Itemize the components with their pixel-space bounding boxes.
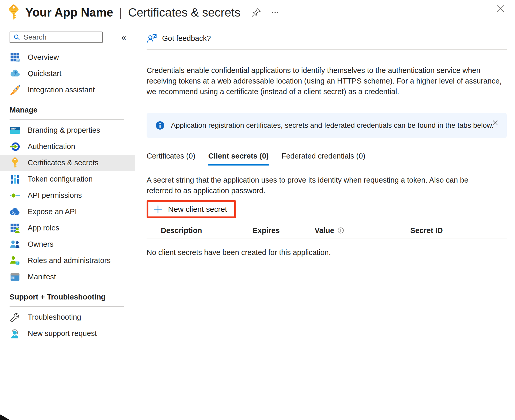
collapse-sidebar-button[interactable]: « [121, 32, 126, 42]
sidebar-search-row: « [0, 31, 135, 43]
roles-administrators-icon [10, 255, 20, 266]
value-info-icon[interactable] [337, 227, 344, 234]
sidebar: « Overview Quickstart [0, 31, 135, 342]
feedback-icon [147, 33, 157, 44]
sidebar-item-quickstart[interactable]: Quickstart [0, 65, 135, 82]
sidebar-item-label: Token configuration [28, 175, 93, 183]
sidebar-item-owners[interactable]: Owners [0, 236, 135, 252]
annotation-highlight-box: New client secret [147, 200, 236, 218]
key-icon [8, 4, 20, 21]
column-expires: Expires [253, 226, 315, 235]
sidebar-item-label: Authentication [28, 142, 75, 151]
app-roles-icon [10, 223, 20, 234]
page-title: Your App Name | Certificates & secrets [25, 5, 240, 19]
tab-federated-credentials[interactable]: Federated credentials (0) [282, 152, 365, 166]
secrets-table-header: Description Expires Value Secret ID [147, 223, 507, 238]
quickstart-icon [10, 68, 20, 79]
tab-bar: Certificates (0) Client secrets (0) Fede… [147, 152, 507, 166]
section-divider [10, 119, 124, 120]
sidebar-item-new-support-request[interactable]: New support request [0, 325, 135, 342]
got-feedback-button[interactable]: Got feedback? [162, 34, 211, 43]
svg-text:{ }: { } [12, 277, 14, 279]
search-input[interactable] [24, 33, 99, 41]
sidebar-item-expose-an-api[interactable]: Expose an API [0, 204, 135, 220]
tab-client-secrets[interactable]: Client secrets (0) [208, 152, 269, 166]
key-icon [10, 158, 20, 168]
sidebar-item-label: Expose an API [28, 207, 77, 216]
troubleshooting-icon [10, 312, 20, 323]
overview-icon [10, 52, 20, 63]
sidebar-section-support: Support + Troubleshooting [0, 285, 135, 306]
sidebar-item-manifest[interactable]: { } Manifest [0, 269, 135, 285]
sidebar-item-label: API permissions [28, 191, 82, 200]
banner-close-icon[interactable] [491, 119, 499, 126]
sidebar-item-label: Overview [28, 53, 59, 62]
sidebar-item-branding-properties[interactable]: www Branding & properties [0, 122, 135, 138]
close-icon[interactable] [495, 4, 506, 14]
cursor-artifact [0, 414, 10, 420]
client-secrets-description: A secret string that the application use… [147, 175, 488, 196]
more-icon[interactable] [271, 8, 280, 17]
toolbar-divider [147, 49, 507, 50]
api-permissions-icon [10, 190, 20, 201]
tab-certificates[interactable]: Certificates (0) [147, 152, 195, 166]
sidebar-item-integration-assistant[interactable]: Integration assistant [0, 82, 135, 98]
authentication-icon [10, 141, 20, 152]
sidebar-item-troubleshooting[interactable]: Troubleshooting [0, 309, 135, 325]
column-secret-id: Secret ID [410, 226, 507, 235]
column-description: Description [161, 226, 253, 235]
sidebar-item-authentication[interactable]: Authentication [0, 138, 135, 155]
plus-icon [154, 205, 162, 214]
sidebar-item-label: Branding & properties [28, 126, 100, 134]
page-name: Certificates & secrets [128, 6, 240, 19]
sidebar-item-label: Quickstart [28, 69, 62, 78]
sidebar-item-app-roles[interactable]: App roles [0, 220, 135, 236]
svg-text:www: www [11, 127, 16, 130]
sidebar-item-roles-and-administrators[interactable]: Roles and administrators [0, 252, 135, 269]
sidebar-item-label: New support request [28, 329, 97, 338]
search-icon [13, 34, 20, 41]
pin-icon[interactable] [251, 8, 261, 17]
sidebar-item-label: Owners [28, 240, 54, 249]
info-banner: Application registration certificates, s… [147, 113, 507, 138]
new-support-request-icon [10, 328, 20, 339]
sidebar-item-label: Troubleshooting [28, 313, 81, 321]
column-value: Value [315, 226, 410, 235]
integration-assistant-icon [10, 85, 20, 95]
search-box[interactable] [10, 32, 103, 43]
credentials-intro-text: Credentials enable confidential applicat… [147, 65, 507, 97]
owners-icon [10, 239, 20, 250]
sidebar-item-label: Certificates & secrets [28, 159, 99, 167]
sidebar-item-token-configuration[interactable]: Token configuration [0, 171, 135, 187]
sidebar-item-label: Roles and administrators [28, 256, 111, 265]
empty-state-message: No client secrets have been created for … [147, 248, 507, 257]
table-divider [147, 238, 507, 238]
section-divider [10, 306, 124, 307]
new-client-secret-label: New client secret [168, 205, 227, 214]
sidebar-item-certificates-secrets[interactable]: Certificates & secrets [0, 155, 135, 171]
new-client-secret-button[interactable]: New client secret [148, 202, 234, 216]
branding-icon: www [10, 125, 20, 136]
main-content: Got feedback? Credentials enable confide… [147, 32, 507, 257]
sidebar-item-overview[interactable]: Overview [0, 49, 135, 65]
sidebar-item-api-permissions[interactable]: API permissions [0, 187, 135, 204]
info-banner-text: Application registration certificates, s… [171, 121, 494, 130]
command-bar: Got feedback? [147, 32, 507, 45]
sidebar-item-label: Integration assistant [28, 86, 95, 94]
info-icon [155, 121, 165, 130]
manifest-icon: { } [10, 272, 20, 282]
page-header: Your App Name | Certificates & secrets [0, 0, 515, 25]
token-configuration-icon [10, 174, 20, 185]
sidebar-item-label: App roles [28, 224, 59, 232]
title-separator: | [119, 6, 122, 19]
app-name: Your App Name [25, 6, 113, 19]
sidebar-section-manage: Manage [0, 98, 135, 119]
sidebar-item-label: Manifest [28, 273, 56, 281]
expose-api-icon [10, 206, 20, 217]
